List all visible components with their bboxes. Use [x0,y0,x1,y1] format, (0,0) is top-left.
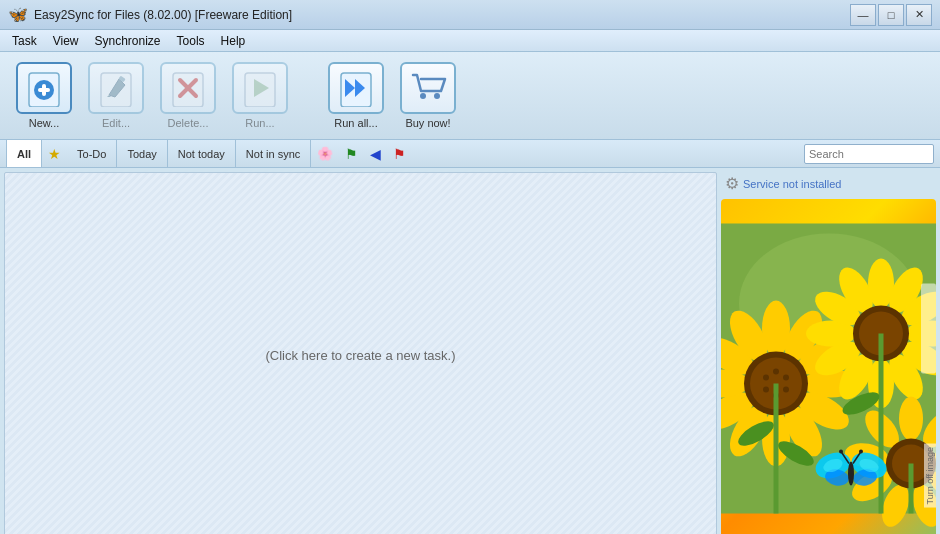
buy-button[interactable]: Buy now! [394,58,462,133]
svg-point-32 [773,369,779,375]
main-area: (Click here to create a new task.) ⚙ Ser… [0,168,940,534]
right-sidebar: ⚙ Service not installed [721,172,936,534]
svg-point-15 [434,93,440,99]
buy-icon [407,67,449,109]
sunflower-image [721,199,936,534]
filter-tab-not-in-sync[interactable]: Not in sync [236,140,311,167]
filter-bar: All ★ To-Do Today Not today Not in sync … [0,140,940,168]
toolbar: New... Edit... Delete... [0,52,940,140]
window-title: Easy2Sync for Files (8.02.00) [Freeware … [34,8,292,22]
title-left: 🦋 Easy2Sync for Files (8.02.00) [Freewar… [8,5,292,24]
delete-button[interactable]: Delete... [154,58,222,133]
run-button[interactable]: Run... [226,58,294,133]
filter-flag-red-icon[interactable]: ⚑ [387,144,412,164]
svg-point-75 [848,462,854,486]
run-all-label: Run all... [334,117,377,129]
new-label: New... [29,117,60,129]
edit-button[interactable]: Edit... [82,58,150,133]
delete-label: Delete... [168,117,209,129]
title-bar: 🦋 Easy2Sync for Files (8.02.00) [Freewar… [0,0,940,30]
menu-help[interactable]: Help [213,32,254,50]
ad-image-panel: Turn off image [721,199,936,534]
run-all-icon-box [328,62,384,114]
empty-task-message: (Click here to create a new task.) [265,348,455,363]
run-label: Run... [245,117,274,129]
new-icon [25,69,63,107]
svg-point-14 [420,93,426,99]
close-button[interactable]: ✕ [906,4,932,26]
minimize-button[interactable]: — [850,4,876,26]
svg-point-37 [763,375,769,381]
buy-label: Buy now! [405,117,450,129]
edit-icon [97,69,135,107]
run-icon-box [232,62,288,114]
filter-tab-todo[interactable]: To-Do [67,140,117,167]
run-icon [241,69,279,107]
svg-rect-80 [921,284,936,374]
new-icon-box [16,62,72,114]
service-status-link[interactable]: Service not installed [743,178,841,190]
edit-label: Edit... [102,117,130,129]
svg-rect-3 [38,88,50,92]
delete-icon-box [160,62,216,114]
filter-flag-green-icon[interactable]: ⚑ [339,144,364,164]
service-status-bar: ⚙ Service not installed [721,172,936,195]
filter-tab-all[interactable]: All [6,140,42,167]
turn-off-image-label[interactable]: Turn off image [924,444,936,508]
search-input[interactable] [804,144,934,164]
menu-synchronize[interactable]: Synchronize [86,32,168,50]
edit-icon-box [88,62,144,114]
run-all-button[interactable]: Run all... [322,58,390,133]
svg-point-34 [783,387,789,393]
buy-icon-box [400,62,456,114]
delete-icon [169,69,207,107]
task-list-area[interactable]: (Click here to create a new task.) [4,172,717,534]
menu-view[interactable]: View [45,32,87,50]
svg-point-33 [783,375,789,381]
maximize-button[interactable]: □ [878,4,904,26]
new-button[interactable]: New... [10,58,78,133]
filter-tab-not-today[interactable]: Not today [168,140,236,167]
filter-tab-today[interactable]: Today [117,140,167,167]
app-icon: 🦋 [8,5,28,24]
svg-point-36 [763,387,769,393]
menu-tools[interactable]: Tools [169,32,213,50]
service-gear-icon: ⚙ [725,174,739,193]
menu-task[interactable]: Task [4,32,45,50]
svg-point-79 [859,450,863,454]
filter-arrow-left-icon[interactable]: ◀ [364,144,387,164]
svg-point-78 [839,450,843,454]
title-controls: — □ ✕ [850,4,932,26]
filter-star-icon[interactable]: ★ [42,144,67,164]
menu-bar: Task View Synchronize Tools Help [0,30,940,52]
run-all-icon [337,69,375,107]
svg-point-52 [899,397,923,441]
filter-icon-multicolor[interactable]: 🌸 [311,144,339,163]
